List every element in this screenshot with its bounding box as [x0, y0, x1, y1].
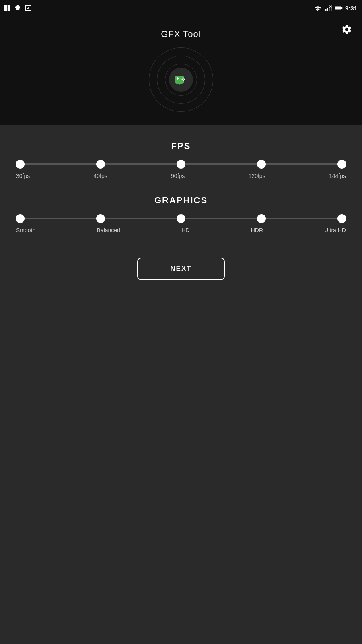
fps-dot-144[interactable] [337, 160, 346, 169]
fps-dot-120[interactable] [257, 160, 266, 169]
fps-label-30: 30fps [16, 173, 30, 179]
svg-rect-17 [177, 77, 178, 80]
controller-wrapper [149, 47, 213, 112]
graphics-section-title: GRAPHICS [12, 195, 350, 206]
status-time: 9:31 [345, 5, 357, 12]
fps-slider-track[interactable] [20, 163, 342, 165]
graphics-section: GRAPHICS Smooth Balanced HD HDR Ultra HD [12, 195, 350, 233]
graphics-dot-smooth[interactable] [16, 214, 25, 223]
graphics-label-ultrahd: Ultra HD [324, 227, 346, 233]
top-section: GFX Tool [0, 16, 362, 125]
svg-point-21 [183, 80, 184, 81]
battery-icon [335, 4, 343, 12]
svg-rect-2 [4, 8, 7, 11]
graphics-label-hdr: HDR [251, 227, 263, 233]
settings-button[interactable] [339, 22, 354, 37]
svg-rect-0 [4, 5, 7, 8]
svg-rect-14 [335, 7, 341, 9]
graphics-dot-hd[interactable] [177, 214, 185, 223]
graphics-label-smooth: Smooth [16, 227, 35, 233]
graphics-labels: Smooth Balanced HD HDR Ultra HD [12, 227, 350, 233]
fps-dot-30[interactable] [16, 160, 25, 169]
graphics-slider-track[interactable] [20, 218, 342, 219]
svg-rect-15 [341, 7, 342, 9]
fps-label-40: 40fps [94, 173, 107, 179]
controller-center [169, 68, 193, 92]
wifi-icon [314, 4, 322, 12]
fps-slider-container[interactable]: 30fps 40fps 90fps 120fps 144fps [12, 163, 350, 179]
fps-dot-90[interactable] [177, 160, 185, 169]
svg-point-18 [183, 78, 184, 79]
svg-point-19 [184, 79, 185, 80]
graphics-dot-hdr[interactable] [257, 214, 266, 223]
app-icon: A [24, 4, 32, 12]
svg-rect-8 [327, 8, 328, 11]
fps-label-144: 144fps [329, 173, 346, 179]
svg-rect-1 [8, 5, 10, 8]
app-title: GFX Tool [161, 29, 201, 39]
graphics-label-balanced: Balanced [97, 227, 120, 233]
gear-icon [341, 24, 352, 35]
fps-label-120: 120fps [249, 173, 265, 179]
gamepad-icon [174, 75, 188, 85]
svg-text:A: A [27, 6, 29, 10]
graphics-slider-container[interactable]: Smooth Balanced HD HDR Ultra HD [12, 218, 350, 233]
status-bar-left-icons: A [3, 4, 32, 12]
graphics-dot-ultrahd[interactable] [337, 214, 346, 223]
status-bar-right-icons: 9:31 [314, 4, 357, 12]
svg-rect-3 [8, 8, 10, 11]
fps-labels: 30fps 40fps 90fps 120fps 144fps [12, 173, 350, 179]
gallery-icon [3, 4, 11, 12]
fps-dot-40[interactable] [96, 160, 105, 169]
fps-label-90: 90fps [171, 173, 185, 179]
svg-point-6 [317, 10, 318, 11]
graphics-label-hd: HD [181, 227, 189, 233]
bottom-section: FPS 30fps 40fps 90fps 120fps 144fps GRAP… [0, 125, 362, 644]
signal-icon [324, 4, 332, 12]
status-bar: A [0, 0, 362, 16]
bug-icon [14, 4, 22, 12]
fps-section-title: FPS [12, 141, 350, 151]
next-button-wrapper: NEXT [12, 258, 350, 280]
svg-rect-7 [325, 9, 326, 11]
svg-point-20 [182, 79, 183, 80]
next-button[interactable]: NEXT [137, 258, 224, 280]
graphics-dot-balanced[interactable] [96, 214, 105, 223]
